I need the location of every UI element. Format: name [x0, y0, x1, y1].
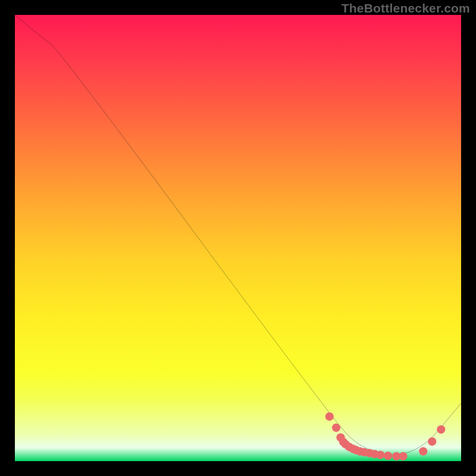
marker-dot — [384, 452, 392, 460]
plot-area — [15, 15, 461, 461]
marker-dot — [419, 447, 427, 455]
marker-dot — [399, 452, 407, 461]
chart-frame: TheBottlenecker.com — [0, 0, 476, 476]
marker-dot — [332, 424, 340, 432]
chart-svg — [15, 15, 461, 461]
bottleneck-curve-path — [15, 15, 461, 455]
marker-dot — [376, 450, 384, 459]
marker-group — [325, 412, 446, 461]
marker-dot — [325, 412, 334, 421]
attribution-label: TheBottlenecker.com — [342, 1, 470, 15]
marker-dot — [428, 437, 436, 446]
marker-dot — [437, 425, 445, 434]
